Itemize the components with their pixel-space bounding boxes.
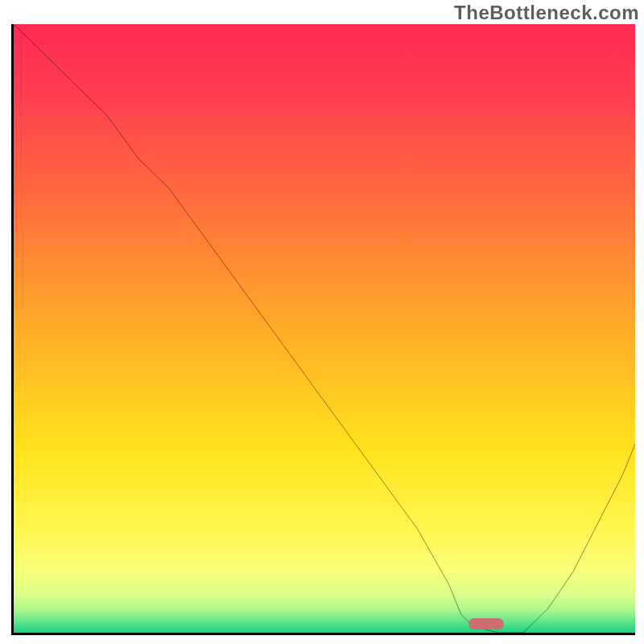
- plot-area: [11, 24, 635, 635]
- bottleneck-marker: [469, 618, 504, 630]
- watermark-text: TheBottleneck.com: [454, 2, 639, 24]
- chart-container: TheBottleneck.com: [0, 0, 644, 644]
- background-gradient: [14, 24, 635, 633]
- svg-rect-0: [14, 24, 635, 633]
